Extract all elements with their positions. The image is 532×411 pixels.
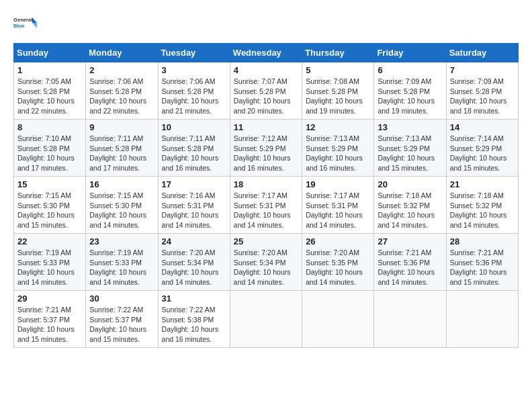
- day-number: 2: [89, 65, 154, 75]
- day-number: 27: [378, 236, 442, 246]
- day-number: 19: [306, 179, 370, 189]
- day-info: Sunrise: 7:21 AM Sunset: 5:36 PM Dayligh…: [450, 248, 515, 287]
- calendar-cell: [446, 291, 518, 348]
- day-info: Sunrise: 7:09 AM Sunset: 5:28 PM Dayligh…: [378, 77, 442, 116]
- calendar-table: SundayMondayTuesdayWednesdayThursdayFrid…: [13, 43, 519, 348]
- calendar-cell: 8Sunrise: 7:10 AM Sunset: 5:28 PM Daylig…: [14, 120, 86, 177]
- week-row-1: 1Sunrise: 7:05 AM Sunset: 5:28 PM Daylig…: [14, 62, 519, 120]
- day-number: 29: [17, 293, 82, 304]
- week-row-2: 8Sunrise: 7:10 AM Sunset: 5:28 PM Daylig…: [14, 120, 519, 177]
- weekday-header-saturday: Saturday: [446, 44, 518, 62]
- day-number: 1: [17, 65, 82, 75]
- day-number: 31: [162, 293, 226, 304]
- calendar-cell: 23Sunrise: 7:19 AM Sunset: 5:33 PM Dayli…: [86, 234, 158, 291]
- svg-marker-2: [32, 17, 37, 23]
- day-number: 13: [378, 122, 442, 132]
- day-number: 3: [162, 65, 226, 75]
- calendar-cell: 15Sunrise: 7:15 AM Sunset: 5:30 PM Dayli…: [14, 177, 86, 234]
- calendar-cell: 10Sunrise: 7:11 AM Sunset: 5:28 PM Dayli…: [158, 120, 230, 177]
- day-info: Sunrise: 7:15 AM Sunset: 5:30 PM Dayligh…: [89, 191, 154, 230]
- day-info: Sunrise: 7:18 AM Sunset: 5:32 PM Dayligh…: [450, 191, 515, 230]
- day-info: Sunrise: 7:16 AM Sunset: 5:31 PM Dayligh…: [162, 191, 226, 230]
- calendar-cell: 16Sunrise: 7:15 AM Sunset: 5:30 PM Dayli…: [86, 177, 158, 234]
- day-info: Sunrise: 7:15 AM Sunset: 5:30 PM Dayligh…: [17, 191, 82, 230]
- calendar-cell: 12Sunrise: 7:13 AM Sunset: 5:29 PM Dayli…: [302, 120, 374, 177]
- calendar-cell: 18Sunrise: 7:17 AM Sunset: 5:31 PM Dayli…: [230, 177, 302, 234]
- weekday-header-monday: Monday: [86, 44, 158, 62]
- calendar-cell: 21Sunrise: 7:18 AM Sunset: 5:32 PM Dayli…: [446, 177, 518, 234]
- day-info: Sunrise: 7:21 AM Sunset: 5:37 PM Dayligh…: [17, 305, 82, 345]
- day-number: 4: [234, 65, 298, 75]
- weekday-header-friday: Friday: [374, 44, 446, 62]
- day-info: Sunrise: 7:19 AM Sunset: 5:33 PM Dayligh…: [89, 248, 154, 287]
- day-number: 21: [450, 179, 515, 189]
- calendar-cell: 20Sunrise: 7:18 AM Sunset: 5:32 PM Dayli…: [374, 177, 446, 234]
- weekday-header-tuesday: Tuesday: [158, 44, 230, 62]
- day-info: Sunrise: 7:08 AM Sunset: 5:28 PM Dayligh…: [306, 77, 370, 116]
- day-info: Sunrise: 7:17 AM Sunset: 5:31 PM Dayligh…: [306, 191, 370, 230]
- day-info: Sunrise: 7:09 AM Sunset: 5:28 PM Dayligh…: [450, 77, 515, 116]
- day-info: Sunrise: 7:11 AM Sunset: 5:28 PM Dayligh…: [162, 134, 226, 173]
- day-info: Sunrise: 7:13 AM Sunset: 5:29 PM Dayligh…: [306, 134, 370, 173]
- day-number: 28: [450, 236, 515, 246]
- calendar-cell: 29Sunrise: 7:21 AM Sunset: 5:37 PM Dayli…: [14, 291, 86, 348]
- calendar-cell: 22Sunrise: 7:19 AM Sunset: 5:33 PM Dayli…: [14, 234, 86, 291]
- day-info: Sunrise: 7:06 AM Sunset: 5:28 PM Dayligh…: [162, 77, 226, 116]
- day-number: 15: [17, 179, 82, 189]
- weekday-header-wednesday: Wednesday: [230, 44, 302, 62]
- day-number: 16: [89, 179, 154, 189]
- day-info: Sunrise: 7:21 AM Sunset: 5:36 PM Dayligh…: [378, 248, 442, 287]
- calendar-cell: 9Sunrise: 7:11 AM Sunset: 5:28 PM Daylig…: [86, 120, 158, 177]
- page-container: GeneralBlue SundayMondayTuesdayWednesday…: [13, 11, 519, 348]
- weekday-header-thursday: Thursday: [302, 44, 374, 62]
- calendar-cell: 11Sunrise: 7:12 AM Sunset: 5:29 PM Dayli…: [230, 120, 302, 177]
- day-number: 17: [162, 179, 226, 189]
- weekday-header-sunday: Sunday: [14, 44, 86, 62]
- calendar-cell: 31Sunrise: 7:22 AM Sunset: 5:38 PM Dayli…: [158, 291, 230, 348]
- day-info: Sunrise: 7:20 AM Sunset: 5:34 PM Dayligh…: [234, 248, 298, 287]
- svg-text:General: General: [13, 17, 32, 23]
- day-info: Sunrise: 7:17 AM Sunset: 5:31 PM Dayligh…: [234, 191, 298, 230]
- calendar-cell: 14Sunrise: 7:14 AM Sunset: 5:29 PM Dayli…: [446, 120, 518, 177]
- calendar-cell: [374, 291, 446, 348]
- calendar-cell: 3Sunrise: 7:06 AM Sunset: 5:28 PM Daylig…: [158, 62, 230, 120]
- calendar-cell: 27Sunrise: 7:21 AM Sunset: 5:36 PM Dayli…: [374, 234, 446, 291]
- day-number: 23: [89, 236, 154, 246]
- calendar-cell: 25Sunrise: 7:20 AM Sunset: 5:34 PM Dayli…: [230, 234, 302, 291]
- day-number: 14: [450, 122, 515, 132]
- day-number: 10: [162, 122, 226, 132]
- day-info: Sunrise: 7:20 AM Sunset: 5:34 PM Dayligh…: [162, 248, 226, 287]
- weekday-header-row: SundayMondayTuesdayWednesdayThursdayFrid…: [14, 44, 519, 62]
- calendar-cell: 24Sunrise: 7:20 AM Sunset: 5:34 PM Dayli…: [158, 234, 230, 291]
- calendar-cell: 5Sunrise: 7:08 AM Sunset: 5:28 PM Daylig…: [302, 62, 374, 120]
- day-info: Sunrise: 7:05 AM Sunset: 5:28 PM Dayligh…: [17, 77, 82, 116]
- day-number: 25: [234, 236, 298, 246]
- calendar-cell: 6Sunrise: 7:09 AM Sunset: 5:28 PM Daylig…: [374, 62, 446, 120]
- day-info: Sunrise: 7:20 AM Sunset: 5:35 PM Dayligh…: [306, 248, 370, 287]
- calendar-cell: [302, 291, 374, 348]
- day-info: Sunrise: 7:11 AM Sunset: 5:28 PM Dayligh…: [89, 134, 154, 173]
- day-info: Sunrise: 7:06 AM Sunset: 5:28 PM Dayligh…: [89, 77, 154, 116]
- day-info: Sunrise: 7:22 AM Sunset: 5:37 PM Dayligh…: [89, 305, 154, 345]
- day-number: 20: [378, 179, 442, 189]
- day-number: 6: [378, 65, 442, 75]
- calendar-cell: 30Sunrise: 7:22 AM Sunset: 5:37 PM Dayli…: [86, 291, 158, 348]
- calendar-cell: 7Sunrise: 7:09 AM Sunset: 5:28 PM Daylig…: [446, 62, 518, 120]
- week-row-5: 29Sunrise: 7:21 AM Sunset: 5:37 PM Dayli…: [14, 291, 519, 348]
- calendar-cell: 13Sunrise: 7:13 AM Sunset: 5:29 PM Dayli…: [374, 120, 446, 177]
- calendar-cell: 2Sunrise: 7:06 AM Sunset: 5:28 PM Daylig…: [86, 62, 158, 120]
- logo: GeneralBlue: [13, 11, 38, 35]
- calendar-cell: 1Sunrise: 7:05 AM Sunset: 5:28 PM Daylig…: [14, 62, 86, 120]
- calendar-cell: [230, 291, 302, 348]
- day-info: Sunrise: 7:18 AM Sunset: 5:32 PM Dayligh…: [378, 191, 442, 230]
- calendar-cell: 19Sunrise: 7:17 AM Sunset: 5:31 PM Dayli…: [302, 177, 374, 234]
- day-number: 8: [17, 122, 82, 132]
- day-number: 22: [17, 236, 82, 246]
- day-info: Sunrise: 7:22 AM Sunset: 5:38 PM Dayligh…: [162, 305, 226, 345]
- week-row-4: 22Sunrise: 7:19 AM Sunset: 5:33 PM Dayli…: [14, 234, 519, 291]
- day-info: Sunrise: 7:14 AM Sunset: 5:29 PM Dayligh…: [450, 134, 515, 173]
- calendar-cell: 26Sunrise: 7:20 AM Sunset: 5:35 PM Dayli…: [302, 234, 374, 291]
- day-number: 9: [89, 122, 154, 132]
- svg-text:Blue: Blue: [13, 23, 25, 29]
- day-info: Sunrise: 7:19 AM Sunset: 5:33 PM Dayligh…: [17, 248, 82, 287]
